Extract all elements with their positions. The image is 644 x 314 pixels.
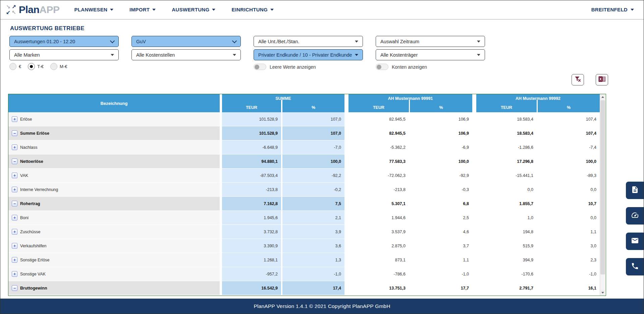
cell-teur: 2.791,7 <box>476 281 537 295</box>
filter-dropdown[interactable]: Privater Endkunde / 10 - Privater Endkun… <box>254 49 363 60</box>
dropdown-arrow-icon <box>477 41 480 43</box>
side-button-document[interactable] <box>626 182 644 199</box>
cell-teur: 18.583,4 <box>476 112 537 126</box>
clear-filter-button[interactable] <box>572 74 584 85</box>
cell-teur: 194,8 <box>476 225 537 239</box>
table-row[interactable]: +Zuschüsse3.732,83,93.537,94,6194,81,1 <box>8 225 600 239</box>
column-gap <box>220 239 222 253</box>
expand-icon[interactable]: + <box>12 257 17 263</box>
cell-percent: 2,5 <box>410 211 472 225</box>
nav-item-einrichtung[interactable]: EINRICHTUNG <box>231 7 273 12</box>
table-row[interactable]: −Rohertrag7.162,87,55.307,16,81.855,710,… <box>8 197 600 211</box>
table-row[interactable]: −Nettoerlöse94.880,1100,077.583,3100,017… <box>8 154 600 169</box>
row-label: Sonstige VAK <box>20 272 46 276</box>
table-row[interactable]: +Boni1.945,62,11.944,62,51,00,0 <box>8 211 600 225</box>
table-row[interactable]: −Summe Erlöse101.528,9107,082.945,5106,9… <box>8 126 600 140</box>
vertical-scrollbar[interactable] <box>600 94 605 296</box>
cell-teur: -87.503,4 <box>222 169 281 183</box>
expand-icon[interactable]: + <box>12 187 17 192</box>
excel-export-button[interactable]: X <box>596 74 608 85</box>
table-row[interactable]: +Nachlass-6.648,9-7,0-5.362,2-6,9-1.286,… <box>8 140 600 154</box>
table-row[interactable]: +Sonstige Erlöse1.268,11,3873,11,1394,92… <box>8 253 600 267</box>
expand-icon[interactable]: + <box>12 243 17 249</box>
collapse-icon[interactable]: − <box>12 201 17 206</box>
nav-item-label: EINRICHTUNG <box>231 7 267 12</box>
scroll-up-button[interactable] <box>600 94 605 100</box>
cell-bezeichnung: −Bruttogewinn <box>8 281 220 295</box>
filter-clear-icon <box>574 76 581 84</box>
cell-teur: 0,0 <box>476 183 537 197</box>
table-row[interactable]: −Bruttogewinn16.542,917,413.751,317,72.7… <box>8 281 600 295</box>
toggle-konten[interactable]: Konten anzeigen <box>376 64 427 70</box>
filter-dropdown[interactable]: Auswertungen 01.20 - 12.20 <box>9 36 119 47</box>
cell-percent: 107,4 <box>538 112 600 126</box>
user-menu[interactable]: BREITENFELD <box>591 7 634 12</box>
cell-teur: 16.542,9 <box>222 281 281 295</box>
cell-percent: 3,0 <box>538 239 600 253</box>
cell-bezeichnung: +Verkaufshilfen <box>8 239 220 253</box>
expand-icon[interactable]: + <box>12 116 17 122</box>
expand-icon[interactable]: + <box>12 215 17 221</box>
dropdown-arrow-icon <box>111 54 114 56</box>
row-label: Nettoerlöse <box>20 159 43 164</box>
expand-icon[interactable]: + <box>12 229 17 235</box>
app-logo[interactable]: ↘↗↙↖ PlanAPP <box>5 4 60 15</box>
scrollbar-thumb[interactable] <box>600 100 605 274</box>
cell-teur: 3.390,9 <box>222 239 281 253</box>
expand-icon[interactable]: + <box>12 144 17 150</box>
cell-teur: -1.286,6 <box>476 140 537 154</box>
table-row[interactable]: +VAK-87.503,4-92,2-72.062,3-92,9-15.441,… <box>8 169 600 183</box>
nav-item-import[interactable]: IMPORT <box>129 7 156 12</box>
column-gap <box>220 94 222 112</box>
cell-bezeichnung: +Erlöse <box>8 112 220 126</box>
column-gap <box>472 267 476 281</box>
cell-percent: 17,4 <box>282 281 344 295</box>
cell-teur: 1,0 <box>476 211 537 225</box>
dropdown-arrow-icon <box>110 38 115 43</box>
dropdown-arrow-icon <box>232 38 237 43</box>
filter-dropdown[interactable]: GuV <box>131 36 241 47</box>
table-row[interactable]: +Interne Verrechnung-213,8-0,2-213,8-0,3… <box>8 183 600 197</box>
row-label: Zuschüsse <box>20 230 40 234</box>
subheader-percent: % <box>282 103 344 112</box>
chevron-down-icon <box>631 9 634 11</box>
filter-dropdown[interactable]: Alle Kostenstellen <box>131 49 241 60</box>
filter-dropdown[interactable]: Auswahl Zeitraum <box>376 36 485 47</box>
toggle-switch <box>376 64 388 70</box>
collapse-icon[interactable]: − <box>12 285 17 291</box>
collapse-icon[interactable]: − <box>12 159 17 164</box>
collapse-icon[interactable]: − <box>12 130 17 136</box>
cell-teur: 82.945,5 <box>348 126 409 140</box>
side-button-mail[interactable] <box>626 233 644 250</box>
cell-percent: 0,0 <box>538 211 600 225</box>
table-row[interactable]: +Verkaufshilfen3.390,93,62.875,03,7515,9… <box>8 239 600 253</box>
column-gap <box>344 169 348 183</box>
unit-radio-M-€[interactable]: M-€ <box>50 63 67 70</box>
column-gap <box>472 281 476 295</box>
side-button-speedometer[interactable] <box>626 207 644 225</box>
column-gap <box>344 281 348 295</box>
side-button-phone[interactable] <box>626 258 644 275</box>
column-gap <box>344 94 348 112</box>
filter-dropdown[interactable]: Alle Marken <box>9 49 119 60</box>
expand-icon[interactable]: + <box>12 271 17 277</box>
toggle-leere-werte[interactable]: Leere Werte anzeigen <box>254 64 316 70</box>
table-row[interactable]: +Erlöse101.528,9107,082.945,5106,918.583… <box>8 112 600 126</box>
unit-radio-€[interactable]: € <box>9 63 21 70</box>
document-icon <box>631 186 639 195</box>
column-gap <box>220 169 222 183</box>
filter-dropdown[interactable]: Alle Unt./Bet./Stan. <box>254 36 363 47</box>
phone-icon <box>631 262 639 271</box>
cell-teur: 18.583,4 <box>476 126 537 140</box>
filter-dropdown[interactable]: Alle Kostenträger <box>376 49 485 60</box>
expand-icon[interactable]: + <box>12 173 17 178</box>
unit-radio-T-€[interactable]: T-€ <box>28 63 44 70</box>
cell-percent: 1,3 <box>282 253 344 267</box>
scroll-down-button[interactable] <box>600 290 605 296</box>
cell-bezeichnung: −Summe Erlöse <box>8 126 220 140</box>
footer: PlanAPP Version 1.4.1 © 2021 Copyright P… <box>0 299 644 314</box>
table-row[interactable]: +Sonstige VAK-957,2-1,0-786,6-1,0-170,6-… <box>8 267 600 281</box>
column-gap <box>472 211 476 225</box>
nav-item-planwesen[interactable]: PLANWESEN <box>74 7 114 12</box>
nav-item-auswertung[interactable]: AUSWERTUNG <box>172 7 215 12</box>
